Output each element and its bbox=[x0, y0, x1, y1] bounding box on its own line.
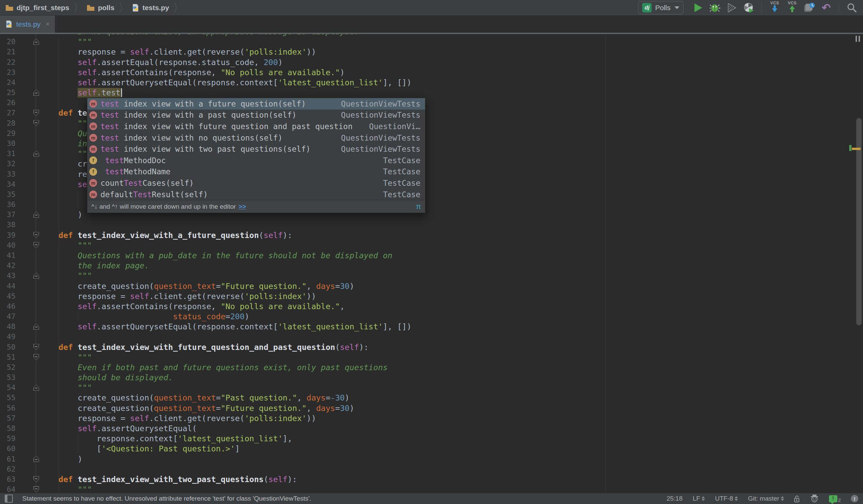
fold-start-icon[interactable] bbox=[33, 486, 39, 493]
code-line[interactable]: 43 """ bbox=[0, 271, 863, 281]
code-line[interactable]: 63 def test_index_view_with_two_past_que… bbox=[0, 474, 863, 484]
completion-item[interactable]: mtest_index_view_with_a_future_question(… bbox=[87, 98, 425, 110]
code-line[interactable]: 60 ['<Question: Past question.>'] bbox=[0, 444, 863, 454]
code-token: Even if both past and future questions e… bbox=[39, 363, 388, 372]
code-line[interactable]: 49 bbox=[0, 332, 863, 342]
code-line[interactable]: 19 If no questions exist, an appropriate… bbox=[0, 34, 863, 37]
fold-start-icon[interactable] bbox=[33, 242, 39, 249]
breadcrumb-item-project[interactable]: djtp_first_steps bbox=[4, 4, 71, 12]
run-button[interactable] bbox=[691, 1, 705, 14]
code-line[interactable]: 24 self.assertQuerysetEqual(response.con… bbox=[0, 77, 863, 88]
fold-start-icon[interactable] bbox=[33, 110, 39, 116]
breadcrumb-item-file[interactable]: tests.py bbox=[130, 4, 170, 12]
fold-start-icon[interactable] bbox=[33, 476, 39, 482]
code-line[interactable]: 56 create_question(question_text="Future… bbox=[0, 403, 863, 413]
caret-position-widget[interactable]: 25:18 bbox=[666, 495, 683, 502]
code-line[interactable]: 20 """ bbox=[0, 37, 863, 47]
code-line[interactable]: 59 response.context['latest_question_lis… bbox=[0, 433, 863, 444]
completion-item[interactable]: f_testMethodNameTestCase bbox=[87, 166, 425, 178]
completion-item[interactable]: f_testMethodDocTestCase bbox=[87, 155, 425, 166]
code-line[interactable]: 45 response = self.client.get(reverse('p… bbox=[0, 291, 863, 301]
completion-item[interactable]: mtest_index_view_with_two_past_questions… bbox=[87, 143, 425, 155]
notifications-widget[interactable]: ! 2 bbox=[829, 495, 841, 502]
fold-end-icon[interactable] bbox=[33, 384, 39, 391]
code-line[interactable]: 25 self.test bbox=[0, 88, 863, 98]
completion-item-name: _testMethodName bbox=[100, 167, 171, 176]
code-line[interactable]: 38 bbox=[0, 220, 863, 230]
completion-item-name: test_index_view_with_a_past_question(sel… bbox=[100, 111, 297, 119]
code-line[interactable]: 62 bbox=[0, 464, 863, 474]
code-line[interactable]: 22 self.assertEqual(response.status_code… bbox=[0, 57, 863, 67]
completion-item[interactable]: mtest_index_view_with_future_question_an… bbox=[87, 121, 425, 132]
code-line[interactable]: 21 response = self.client.get(reverse('p… bbox=[0, 47, 863, 57]
completion-item[interactable]: mtest_index_view_with_a_past_question(se… bbox=[87, 110, 425, 121]
code-line[interactable]: 46 self.assertContains(response, "No pol… bbox=[0, 301, 863, 312]
code-line[interactable]: 58 self.assertQuerysetEqual( bbox=[0, 424, 863, 433]
name-part: count bbox=[100, 179, 124, 187]
fold-end-icon[interactable] bbox=[33, 38, 39, 45]
name-part: default bbox=[100, 190, 133, 199]
completion-item[interactable]: mcountTestCases(self)TestCase bbox=[87, 177, 425, 189]
vcs-update-button[interactable]: VCS bbox=[767, 1, 782, 14]
vcs-commit-button[interactable]: VCS bbox=[785, 1, 800, 14]
completion-item[interactable]: mdefaultTestResult(self)TestCase bbox=[87, 189, 425, 200]
code-line[interactable]: 55 create_question(question_text="Past q… bbox=[0, 393, 863, 403]
breadcrumb-separator: 〉 bbox=[118, 2, 128, 13]
rollback-button[interactable]: ↶ bbox=[819, 1, 833, 14]
fold-end-icon[interactable] bbox=[33, 456, 39, 462]
event-log-icon[interactable]: ! bbox=[851, 495, 858, 502]
run-with-coverage-button[interactable] bbox=[725, 1, 739, 14]
code-line[interactable]: 53 should be displayed. bbox=[0, 373, 863, 383]
tab-tests-py[interactable]: tests.py × bbox=[0, 15, 55, 33]
local-history-button[interactable] bbox=[802, 1, 816, 14]
fold-start-icon[interactable] bbox=[33, 344, 39, 350]
code-line[interactable]: 41 Questions with a pub_date in the futu… bbox=[0, 251, 863, 261]
fold-end-icon[interactable] bbox=[33, 273, 39, 279]
code-token: .client.get(reverse( bbox=[149, 414, 245, 423]
toolwindow-toggle-icon[interactable] bbox=[5, 494, 13, 503]
code-line[interactable]: 47 status_code=200) bbox=[0, 312, 863, 322]
fold-start-icon[interactable] bbox=[33, 120, 39, 126]
fold-end-icon[interactable] bbox=[33, 150, 39, 157]
code-line-text: def test_index_view_with_future_question… bbox=[39, 342, 368, 352]
code-token: , bbox=[307, 404, 316, 413]
code-line[interactable]: 40 """ bbox=[0, 240, 863, 251]
matched-prefix: test bbox=[100, 134, 119, 142]
profiler-button[interactable] bbox=[742, 1, 756, 14]
code-line[interactable]: 42 the index page. bbox=[0, 261, 863, 271]
git-branch-widget[interactable]: Git: master bbox=[748, 495, 784, 502]
fold-start-icon[interactable] bbox=[33, 354, 39, 361]
run-configuration-select[interactable]: dj Polls bbox=[638, 1, 684, 14]
encoding-widget[interactable]: UTF-8 bbox=[715, 495, 738, 502]
hector-inspector-icon[interactable] bbox=[810, 494, 819, 503]
debug-button[interactable] bbox=[708, 1, 722, 14]
warning-stripe-mark[interactable] bbox=[852, 148, 861, 150]
code-token bbox=[39, 78, 77, 87]
code-line[interactable]: 44 create_question(question_text="Future… bbox=[0, 281, 863, 291]
line-separator-widget[interactable]: LF bbox=[693, 495, 705, 502]
code-line[interactable]: 52 Even if both past and future question… bbox=[0, 362, 863, 373]
rollback-icon: ↶ bbox=[822, 3, 831, 13]
code-line[interactable]: 57 response = self.client.get(reverse('p… bbox=[0, 413, 863, 424]
completion-hint-link[interactable]: >> bbox=[239, 203, 246, 210]
line-number: 63 bbox=[0, 474, 15, 484]
code-line[interactable]: 48 self.assertQuerysetEqual(response.con… bbox=[0, 322, 863, 332]
completion-item[interactable]: mtest_index_view_with_no_questions(self)… bbox=[87, 132, 425, 143]
code-token: self bbox=[77, 302, 97, 311]
code-line[interactable]: 64 """ bbox=[0, 484, 863, 493]
git-branch-label: Git: master bbox=[748, 495, 779, 502]
code-line[interactable]: 61 ) bbox=[0, 454, 863, 464]
code-line[interactable]: 54 """ bbox=[0, 383, 863, 393]
code-line[interactable]: 50 def test_index_view_with_future_quest… bbox=[0, 342, 863, 352]
fold-end-icon[interactable] bbox=[33, 323, 39, 330]
search-everywhere-button[interactable] bbox=[845, 1, 859, 14]
close-icon[interactable]: × bbox=[44, 20, 50, 28]
fold-end-icon[interactable] bbox=[33, 211, 39, 218]
fold-end-icon[interactable] bbox=[33, 89, 39, 96]
fold-start-icon[interactable] bbox=[33, 232, 39, 238]
code-line[interactable]: 23 self.assertContains(response, "No pol… bbox=[0, 67, 863, 77]
lock-icon[interactable] bbox=[794, 495, 800, 502]
breadcrumb-item-polls[interactable]: polls bbox=[85, 4, 116, 12]
code-line[interactable]: 39 def test_index_view_with_a_future_que… bbox=[0, 230, 863, 240]
code-line[interactable]: 51 """ bbox=[0, 352, 863, 362]
